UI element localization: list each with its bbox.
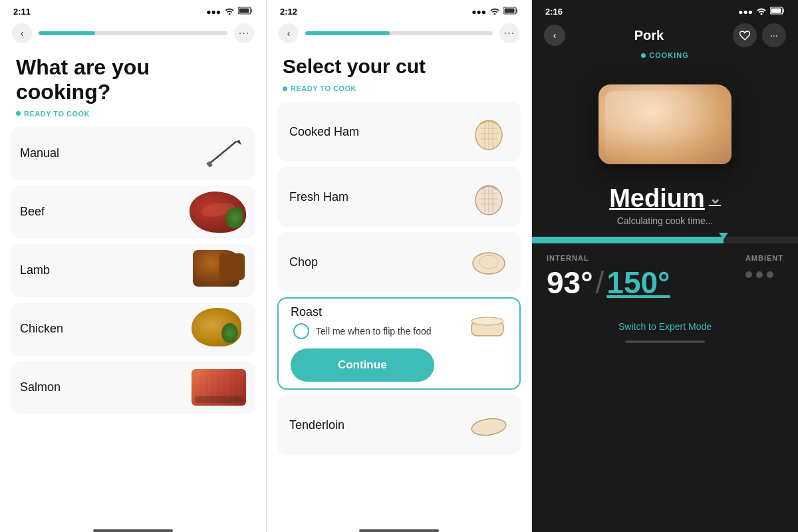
expert-mode-section: Switch to Expert Mode (532, 307, 798, 332)
salmon-image (192, 369, 246, 406)
status-icons-1: ●●● (206, 7, 253, 17)
temp-track (532, 237, 798, 243)
progress-fill-2 (305, 31, 390, 35)
doneness-label[interactable]: Medium ⌄ (609, 184, 721, 213)
time-2: 2:12 (280, 7, 297, 17)
progress-fill-1 (39, 31, 95, 35)
cooked-ham-icon (469, 115, 509, 148)
temp-bar-section (532, 230, 798, 243)
signal-icon: ●●● (206, 7, 221, 17)
fresh-ham-icon (469, 180, 509, 213)
manual-icon (193, 137, 246, 170)
status-icons-3: ●●● (738, 7, 785, 17)
status-bar-3: 2:16 ●●● (532, 0, 798, 21)
battery-icon-3 (770, 7, 785, 17)
internal-temp-value: 93° (547, 267, 593, 298)
time-3: 2:16 (545, 7, 563, 17)
ambient-dots (745, 265, 783, 278)
food-item-lamb[interactable]: Lamb (11, 244, 255, 297)
food-item-beef[interactable]: Beef (11, 186, 255, 239)
panel-select-cut: 2:12 ●●● ‹ ··· Select your cut READY TO … (266, 0, 532, 532)
status-bar-2: 2:12 ●●● (267, 0, 531, 21)
flip-row: Tell me when to flip the food (291, 319, 434, 346)
home-indicator-1 (93, 529, 173, 532)
cut-item-cooked-ham[interactable]: Cooked Ham (277, 102, 521, 162)
wifi-icon-3 (756, 7, 767, 17)
nav-bar-1: ‹ ··· (0, 21, 266, 49)
internal-temp-block: INTERNAL 93° / 150° (547, 254, 670, 301)
cut-item-chop[interactable]: Chop (277, 232, 521, 292)
temp-marker-triangle (719, 233, 728, 239)
svg-rect-32 (771, 9, 781, 13)
more-button-1[interactable]: ··· (234, 23, 254, 43)
back-button-2[interactable]: ‹ (279, 23, 299, 43)
amb-dot-2 (756, 271, 763, 278)
flip-checkbox[interactable] (293, 323, 309, 339)
beef-image (190, 192, 246, 233)
food-list: Manual Beef Lamb (0, 127, 266, 521)
svg-rect-6 (505, 9, 515, 13)
more-button-3[interactable]: ··· (762, 23, 786, 47)
cut-item-fresh-ham[interactable]: Fresh Ham (277, 167, 521, 227)
chicken-image (192, 308, 246, 350)
back-button-3[interactable]: ‹ (544, 25, 565, 46)
wifi-icon-2 (489, 7, 500, 17)
svg-line-2 (209, 142, 236, 164)
amb-dot-1 (745, 271, 752, 278)
status-icons-2: ●●● (471, 7, 518, 17)
progress-bar-1 (39, 31, 227, 35)
cut-item-roast[interactable]: Roast Tell me when to flip the food Cont… (277, 297, 521, 390)
amb-dot-3 (767, 271, 773, 278)
home-indicator-3 (625, 340, 705, 343)
ready-badge-2: READY TO COOK (267, 84, 531, 102)
expert-mode-link[interactable]: Switch to Expert Mode (618, 321, 712, 332)
ready-dot-1 (16, 111, 21, 116)
svg-point-28 (471, 317, 503, 325)
temp-readings: INTERNAL 93° / 150° AMBIENT (532, 243, 798, 307)
page-title-1: What are you cooking? (0, 49, 266, 110)
roast-icon (467, 311, 507, 344)
ambient-temp-block: AMBIENT (745, 254, 783, 301)
back-button-1[interactable]: ‹ (12, 23, 32, 43)
battery-icon (238, 7, 253, 17)
nav-bar-2: ‹ ··· (267, 21, 531, 49)
temp-slash: / (596, 267, 604, 298)
meat-image-area (532, 65, 798, 184)
target-temp-value[interactable]: 150° (606, 265, 670, 301)
food-item-chicken[interactable]: Chicken (11, 303, 255, 356)
doneness-arrow: ⌄ (709, 190, 721, 207)
panel-cooking-monitor: 2:16 ●●● ‹ Pork ··· COOKING (532, 0, 798, 532)
ready-dot-2 (283, 86, 287, 91)
svg-marker-3 (236, 140, 241, 145)
p3-title: Pork (634, 28, 664, 43)
time-1: 2:11 (13, 7, 31, 17)
favorite-button[interactable] (733, 23, 757, 47)
doneness-section: Medium ⌄ Calculating cook time... (532, 184, 798, 230)
ready-badge-1: READY TO COOK (0, 110, 266, 127)
food-item-manual[interactable]: Manual (11, 127, 255, 180)
svg-rect-1 (239, 9, 249, 13)
battery-icon-2 (503, 7, 518, 17)
signal-icon-3: ●●● (738, 7, 753, 17)
more-button-2[interactable]: ··· (499, 23, 519, 43)
status-bar-1: 2:11 ●●● (0, 0, 266, 21)
page-title-2: Select your cut (267, 49, 531, 84)
cooking-badge: COOKING (532, 51, 798, 65)
cooking-dot (641, 53, 646, 58)
signal-icon-2: ●●● (471, 7, 486, 17)
nav-bar-3: ‹ Pork ··· (532, 21, 798, 51)
continue-button[interactable]: Continue (291, 348, 434, 382)
food-item-salmon[interactable]: Salmon (11, 361, 255, 414)
cut-list: Cooked Ham Fresh Ham (267, 102, 531, 521)
panel-cooking-type: 2:11 ●●● ‹ ··· What are you cooking? REA… (0, 0, 266, 532)
lamb-image (193, 250, 246, 291)
chop-icon (469, 245, 509, 279)
progress-bar-2 (305, 31, 493, 35)
temp-marker (719, 233, 728, 239)
temp-fill (532, 237, 724, 243)
tenderloin-icon (469, 408, 509, 442)
meat-visual (598, 84, 732, 164)
wifi-icon (224, 7, 235, 17)
cut-item-tenderloin[interactable]: Tenderloin (277, 395, 521, 455)
home-indicator-2 (359, 529, 439, 532)
